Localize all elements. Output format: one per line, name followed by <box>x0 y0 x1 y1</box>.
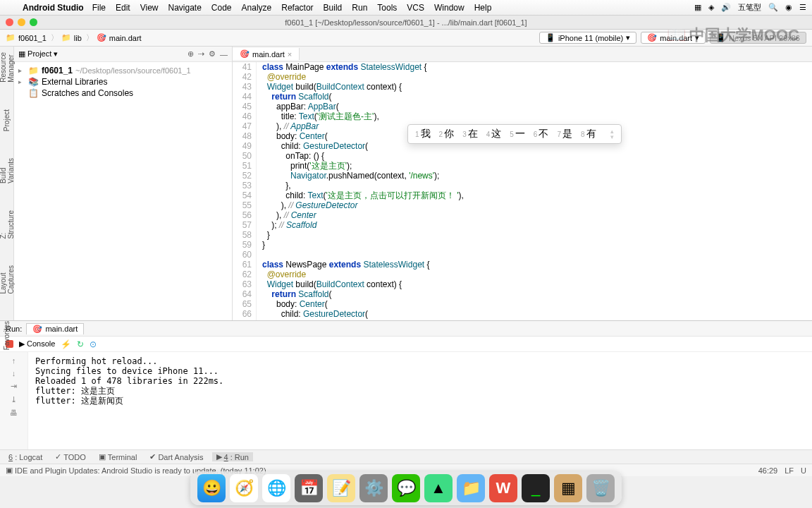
status-event-icon[interactable]: ▣ <box>6 466 13 475</box>
tab-project[interactable]: Project <box>3 107 11 134</box>
scroll-from-source-icon[interactable]: ⊕ <box>187 49 194 59</box>
dock-calculator[interactable]: ▦ <box>554 474 582 502</box>
window-titlebar: f0601_1 [~/Desktop/lesson/source/f0601_1… <box>0 16 812 30</box>
menu-window[interactable]: Window <box>434 3 465 13</box>
macos-dock: 😀 🧭 🌐 📅 📝 ⚙️ 💬 ▲ 📁 W _ ▦ 🗑️ <box>190 471 622 505</box>
tree-external-libraries[interactable]: ▸📚 External Libraries <box>18 76 228 87</box>
tab-build-variants[interactable]: Build Variants <box>0 155 15 186</box>
close-window-button[interactable] <box>6 18 13 26</box>
rail-softwrap-icon[interactable]: ⇥ <box>11 382 17 391</box>
tab-structure[interactable]: Z: Structure <box>0 207 15 242</box>
menu-navigate[interactable]: Navigate <box>168 3 201 13</box>
run-panel: Run: 🎯 main.dart ▶ Console ⚡ ↻ ⊙ ↑ ↓ ⇥ ⤓… <box>0 320 812 449</box>
breadcrumb-file[interactable]: 🎯 main.dart <box>97 33 146 42</box>
run-tab-main[interactable]: 🎯 main.dart <box>26 323 84 334</box>
ime-indicator[interactable]: 五笔型 <box>738 2 761 13</box>
menu-analyze[interactable]: Analyze <box>242 3 272 13</box>
ime-cand-8[interactable]: 8有 <box>581 128 596 140</box>
rail-print-icon[interactable]: 🖶 <box>10 409 18 417</box>
file-tab-main[interactable]: 🎯 main.dart × <box>233 48 300 60</box>
tree-scratches[interactable]: 📋 Scratches and Consoles <box>18 87 228 99</box>
breadcrumb-root[interactable]: 📁 f0601_1 <box>6 32 59 43</box>
btab-dart-analysis[interactable]: ✔ Dart Analysis <box>145 452 207 461</box>
tree-root[interactable]: ▸📁 f0601_1 ~/Desktop/lesson/source/f0601… <box>18 65 228 76</box>
console-tab[interactable]: ▶ Console <box>19 339 55 349</box>
status-cursor-pos: 46:29 <box>758 466 778 475</box>
ime-cand-2[interactable]: 2你 <box>439 128 455 140</box>
settings-icon[interactable]: ⚙ <box>209 49 216 59</box>
menu-help[interactable]: Help <box>474 3 492 13</box>
menu-build[interactable]: Build <box>324 3 343 13</box>
devtools-icon[interactable]: ⊙ <box>90 339 97 349</box>
hide-panel-icon[interactable]: — <box>220 50 228 59</box>
ime-cand-7[interactable]: 7是 <box>557 128 572 140</box>
ime-cand-6[interactable]: 6不 <box>534 128 549 140</box>
ime-scroll-icon[interactable]: ▴▾ <box>610 128 614 140</box>
wifi-icon[interactable]: ◈ <box>708 3 714 12</box>
console-output[interactable]: Performing hot reload... Syncing files t… <box>28 352 812 449</box>
dock-terminal[interactable]: _ <box>522 474 550 502</box>
macos-menubar: Android Studio File Edit View Navigate C… <box>0 0 812 16</box>
notification-icon[interactable]: ☰ <box>799 3 806 12</box>
dock-wps[interactable]: W <box>489 474 517 502</box>
btab-terminal[interactable]: ▣ Terminal <box>94 452 142 461</box>
volume-icon[interactable]: 🔊 <box>721 3 731 12</box>
screenshare-icon[interactable]: ▦ <box>694 3 701 12</box>
menu-vcs[interactable]: VCS <box>407 3 424 13</box>
menu-code[interactable]: Code <box>211 3 232 13</box>
editor-tab-bar: 🎯 main.dart × <box>233 47 812 62</box>
menu-view[interactable]: View <box>140 3 159 13</box>
project-view-selector[interactable]: ▦ Project ▾ <box>18 49 58 59</box>
ime-cand-3[interactable]: 3在 <box>462 128 478 140</box>
spotlight-icon[interactable]: 🔍 <box>768 3 778 12</box>
btab-run[interactable]: ▶ 4: Run <box>212 452 253 461</box>
rail-up-icon[interactable]: ↑ <box>12 356 16 365</box>
bottom-tool-tabs: 6: Logcat ✓ TODO ▣ Terminal ✔ Dart Analy… <box>0 449 812 464</box>
line-gutter: 4142434445464748495051525354555657585960… <box>233 62 257 320</box>
ime-candidate-popup[interactable]: 1我 2你 3在 4这 5一 6不 7是 8有 ▴▾ <box>407 124 622 144</box>
device-selector[interactable]: 📱 iPhone 11 (mobile) ▾ <box>539 32 636 44</box>
rail-scroll-icon[interactable]: ⤓ <box>11 395 17 404</box>
dock-settings[interactable]: ⚙️ <box>359 474 388 502</box>
dock-browser[interactable]: 🌐 <box>262 474 290 502</box>
dock-safari[interactable]: 🧭 <box>230 474 258 502</box>
rail-down-icon[interactable]: ↓ <box>12 369 16 377</box>
status-encoding[interactable]: U <box>801 466 806 475</box>
navigation-toolbar: 📁 f0601_1 📁 lib 🎯 main.dart 📱 iPhone 11 … <box>0 30 812 47</box>
code-content[interactable]: class MainPage extends StatelessWidget {… <box>262 62 812 320</box>
dock-folder[interactable]: 📁 <box>457 474 485 502</box>
btab-logcat[interactable]: 6: Logcat <box>4 453 47 461</box>
tab-resource-manager[interactable]: Resource Manager <box>0 49 15 85</box>
emulator-selector[interactable]: 📱 Nexus 5X API 29x86 <box>710 32 806 44</box>
dock-wechat[interactable]: 💬 <box>392 474 420 502</box>
btab-todo[interactable]: ✓ TODO <box>51 452 90 461</box>
dock-android-studio[interactable]: ▲ <box>424 474 453 502</box>
code-editor[interactable]: 4142434445464748495051525354555657585960… <box>233 62 812 320</box>
minimize-window-button[interactable] <box>18 18 25 26</box>
hot-reload-icon[interactable]: ⚡ <box>61 339 71 349</box>
dock-trash[interactable]: 🗑️ <box>586 474 615 502</box>
ime-cand-1[interactable]: 1我 <box>415 128 431 140</box>
collapse-icon[interactable]: ⇢ <box>198 49 204 59</box>
hot-restart-icon[interactable]: ↻ <box>77 339 84 349</box>
dock-notes[interactable]: 📝 <box>327 474 355 502</box>
dock-calendar[interactable]: 📅 <box>295 474 323 502</box>
run-config-selector[interactable]: 🎯 main.dart ▾ <box>641 32 706 44</box>
status-line-sep[interactable]: LF <box>785 466 794 475</box>
tab-favorites[interactable]: Favorites <box>3 318 11 353</box>
breadcrumb-lib[interactable]: 📁 lib <box>61 32 94 43</box>
project-tree[interactable]: ▸📁 f0601_1 ~/Desktop/lesson/source/f0601… <box>14 62 232 102</box>
app-name[interactable]: Android Studio <box>23 3 84 13</box>
tab-layout-captures[interactable]: Layout Captures <box>0 262 15 297</box>
menu-edit[interactable]: Edit <box>116 3 130 13</box>
menu-run[interactable]: Run <box>352 3 367 13</box>
close-tab-icon[interactable]: × <box>288 50 292 59</box>
menu-refactor[interactable]: Refactor <box>281 3 313 13</box>
ime-cand-4[interactable]: 4这 <box>486 128 502 140</box>
fullscreen-window-button[interactable] <box>30 18 37 26</box>
ime-cand-5[interactable]: 5一 <box>510 128 525 140</box>
menu-file[interactable]: File <box>92 3 106 13</box>
menu-tools[interactable]: Tools <box>377 3 397 13</box>
dock-finder[interactable]: 😀 <box>197 474 226 502</box>
siri-icon[interactable]: ◉ <box>785 3 792 12</box>
